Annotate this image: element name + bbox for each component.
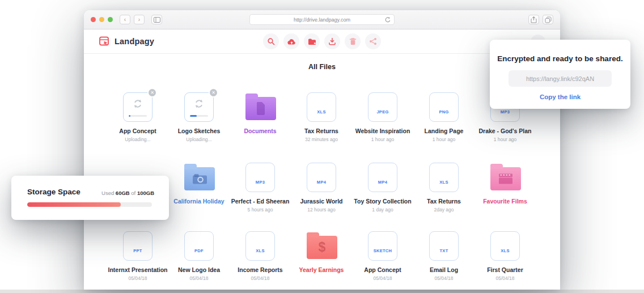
- upload-cancel-button[interactable]: ✕: [149, 89, 156, 96]
- minimize-window-button[interactable]: [99, 17, 104, 22]
- file-name: Email Log: [430, 266, 458, 273]
- download-icon: [328, 37, 336, 45]
- file-tile: XLS: [245, 231, 275, 261]
- file-tile: MP4: [307, 163, 336, 192]
- back-button[interactable]: ‹: [120, 15, 130, 24]
- file-name: New Logo Idea: [178, 266, 220, 273]
- file-item[interactable]: XLSIncome Reports05/04/18: [230, 231, 291, 281]
- file-item[interactable]: XLSFirst Quarter05/04/18: [474, 231, 536, 281]
- new-folder-button[interactable]: [304, 33, 320, 49]
- file-tile: SKETCH: [368, 231, 397, 261]
- file-item[interactable]: PDFNew Logo Idea05/04/18: [168, 231, 230, 281]
- storage-progress-fill: [27, 202, 121, 207]
- file-item[interactable]: SKETCHApp Concept05/04/18: [352, 231, 413, 281]
- share-page-icon[interactable]: [528, 15, 539, 24]
- file-name: Tax Returns: [427, 198, 461, 205]
- file-tile: TXT: [429, 231, 459, 261]
- file-name: App Concept: [364, 266, 401, 273]
- file-type-label: MP4: [368, 180, 397, 185]
- upload-progress-bar: [129, 115, 147, 117]
- file-tile: XLS: [429, 163, 459, 192]
- file-item[interactable]: XLSTax Returns32 minutes ago: [291, 92, 352, 142]
- share-icon: [369, 37, 377, 45]
- file-type-label: PDF: [184, 248, 214, 253]
- close-window-button[interactable]: [91, 17, 96, 22]
- upload-cloud-icon: [287, 38, 296, 45]
- file-type-label: XLS: [490, 248, 520, 253]
- upload-cancel-button[interactable]: ✕: [210, 89, 217, 96]
- file-item[interactable]: PNGLanding Page1 hour ago: [413, 92, 474, 142]
- share-link-field[interactable]: https://langy.link/c92qAN: [509, 70, 612, 87]
- file-tile: [184, 163, 214, 192]
- storage-total-value: 100GB: [137, 190, 154, 196]
- file-item[interactable]: Favourite Films: [474, 163, 536, 213]
- file-tile: PDF: [184, 231, 214, 261]
- file-type-label: XLS: [245, 248, 275, 253]
- file-meta: 1 hour ago: [433, 137, 456, 142]
- file-name: Perfect - Ed Sheeran: [231, 198, 290, 205]
- file-name: Jurassic World: [300, 198, 342, 205]
- file-meta: 05/04/18: [495, 275, 514, 281]
- file-item[interactable]: Documents: [230, 92, 291, 142]
- file-meta: 05/04/18: [189, 275, 208, 281]
- file-row-3: PPTInternxt Presentation05/04/18PDFNew L…: [107, 231, 536, 281]
- file-item[interactable]: TXTEmail Log05/04/18: [413, 231, 474, 281]
- file-item[interactable]: MP3Perfect - Ed Sheeran5 hours ago: [230, 163, 291, 213]
- file-type-label: SKETCH: [368, 248, 397, 253]
- file-item[interactable]: ✕App ConceptUploading...: [107, 92, 168, 142]
- file-name: Yearly Earnings: [299, 266, 344, 273]
- document-glyph-icon: [256, 102, 266, 115]
- search-button[interactable]: [263, 33, 279, 49]
- storage-progress-bar: [27, 202, 152, 207]
- file-name: First Quarter: [487, 266, 523, 273]
- logo[interactable]: Landpagy: [99, 36, 154, 48]
- file-item[interactable]: MP4Jurassic World12 hours ago: [291, 163, 352, 213]
- file-type-label: XLS: [307, 109, 336, 114]
- file-meta: 05/04/18: [373, 275, 392, 281]
- file-name: Logo Sketches: [178, 128, 221, 134]
- file-name: Website Inspiration: [355, 128, 410, 134]
- download-button[interactable]: [324, 33, 340, 49]
- trash-icon: [349, 37, 357, 45]
- zoom-window-button[interactable]: [108, 17, 113, 22]
- file-name: California Holiday: [173, 198, 224, 205]
- share-button[interactable]: [365, 33, 381, 49]
- file-meta: 32 minutes ago: [305, 137, 338, 142]
- file-meta: 1 hour ago: [494, 137, 517, 142]
- storage-space-card: Storage Space Used 60GB of 100GB: [11, 176, 169, 220]
- file-tile: MP4: [368, 163, 397, 192]
- file-name: Internxt Presentation: [108, 266, 167, 273]
- copy-link-button[interactable]: Copy the link: [490, 94, 630, 100]
- file-meta: 1 day ago: [372, 207, 393, 213]
- folder-icon: [184, 167, 215, 190]
- forward-button[interactable]: ›: [134, 15, 145, 24]
- file-row-2: California HolidayMP3Perfect - Ed Sheera…: [107, 163, 536, 213]
- url-bar[interactable]: http://drive.landpagy.com: [249, 14, 395, 25]
- file-item[interactable]: XLSTax Returns2day ago: [413, 163, 474, 213]
- file-meta: Uploading...: [186, 137, 211, 142]
- storage-usage-text: Used 60GB of 100GB: [101, 190, 154, 196]
- file-meta: 05/04/18: [128, 275, 147, 281]
- file-meta: 5 hours ago: [248, 207, 273, 213]
- file-item[interactable]: ✕Logo SketchesUploading...: [168, 92, 230, 142]
- file-type-label: PPT: [123, 248, 152, 253]
- file-tile: [490, 163, 520, 192]
- browser-chrome-bar: ‹ › http://drive.landpagy.com: [84, 10, 560, 29]
- file-tile: PPT: [123, 231, 152, 261]
- camera-glyph-icon: [192, 173, 207, 184]
- file-item[interactable]: JPEGWebsite Inspiration1 hour ago: [352, 92, 413, 142]
- tabs-icon[interactable]: [543, 15, 553, 24]
- sidebar-toggle-icon[interactable]: [151, 15, 162, 24]
- file-item[interactable]: California Holiday: [168, 163, 230, 213]
- file-meta: Uploading...: [125, 137, 150, 142]
- file-item[interactable]: PPTInternxt Presentation05/04/18: [107, 231, 168, 281]
- traffic-lights: [91, 17, 113, 22]
- upload-button[interactable]: [283, 33, 299, 49]
- file-item[interactable]: MP4Toy Story Collection1 day ago: [352, 163, 413, 213]
- delete-button[interactable]: [345, 33, 361, 49]
- file-item[interactable]: $Yearly Earnings: [291, 231, 352, 281]
- refresh-icon[interactable]: [384, 16, 391, 24]
- logo-text: Landpagy: [115, 37, 154, 46]
- file-meta: 1 hour ago: [371, 137, 395, 142]
- storage-title: Storage Space: [27, 188, 80, 196]
